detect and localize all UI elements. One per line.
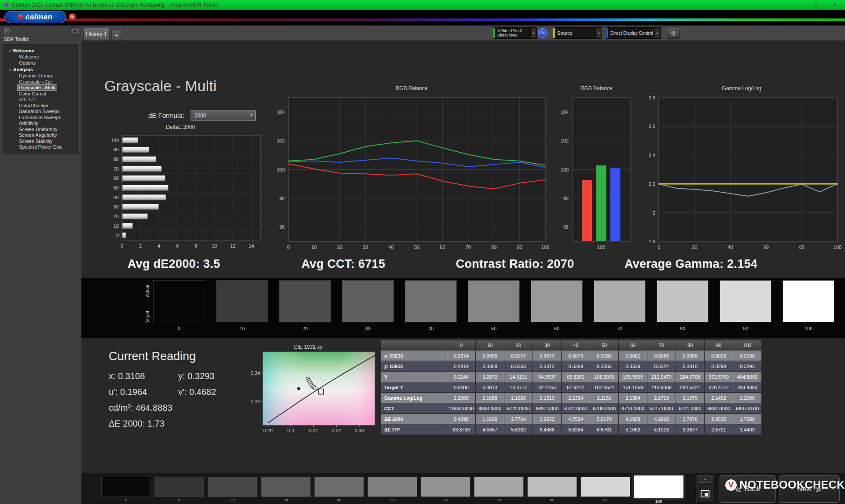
sidebar-item-luminance-sweeps[interactable]: Luminance Sweeps [4,115,77,121]
sidebar-item-3d-lut[interactable]: 3D LUT [4,97,77,103]
sidebar-item-colorchecker[interactable]: ColorChecker [4,103,77,109]
svg-text:60: 60 [114,175,119,181]
pattern-patch[interactable]: 100 [634,477,683,504]
meter-dropdown[interactable]: X-Rite i1Pro 2 Direct View ▼ [493,27,537,39]
patch-label: 90 [603,498,607,502]
back-button[interactable]: « Back [720,475,776,503]
svg-text:2.8: 2.8 [649,95,655,100]
patch-color[interactable] [101,477,151,497]
patch-color[interactable] [154,477,204,497]
reading-x: x: 0.3108 [109,371,178,381]
table-row: y: CIE310.28190.33080.33580.33720.33680.… [381,361,762,372]
maximize-button[interactable]: □ [813,2,819,8]
svg-text:80: 80 [491,245,496,250]
patch-color[interactable] [208,477,257,497]
svg-text:12: 12 [230,243,235,248]
svg-text:0.31: 0.31 [309,428,318,433]
rgb-balance-bar-chart: 9698100102104100 [552,93,640,252]
source-dropdown[interactable]: Source ▼ [553,27,602,39]
svg-text:20: 20 [337,245,342,250]
patch-color[interactable] [634,475,683,498]
target-label: Target [145,311,150,323]
svg-text:100: 100 [561,167,569,172]
patch-color[interactable] [314,477,364,497]
add-tab-button[interactable]: + [111,29,122,40]
pattern-patch[interactable]: 80 [527,477,577,502]
tree-group-label: Welcome [13,47,34,54]
swatch-cell: 100 [783,280,834,331]
patch-color[interactable] [261,477,311,497]
sidebar-item-grayscale-2pt[interactable]: Grayscale - 2pt [4,79,77,85]
next-label: Next [797,485,812,493]
back-chevron-icon: « [735,483,741,495]
svg-text:98: 98 [563,196,569,201]
grayscale-swatch [594,280,646,322]
gamma-chart-title: Gamma Log/Log [639,85,844,91]
calman-logo: calman [4,11,66,23]
expander-icon[interactable]: ▴ [9,66,11,73]
svg-text:60: 60 [440,245,445,250]
patch-color[interactable] [580,477,630,497]
sidebar-item-screen-stability[interactable]: Screen Stability [4,139,77,145]
sidebar-item-screen-angularity[interactable]: Screen Angularity [4,132,77,139]
sidebar-item-dynamic-range[interactable]: Dynamic Range [4,73,77,79]
de-formula-dropdown[interactable]: 2000 ▼ [191,110,256,121]
pattern-patch[interactable]: 20 [208,477,257,502]
pattern-patch[interactable]: 30 [261,477,311,502]
logo-menu-button[interactable]: ▼ [69,13,76,21]
pattern-patch[interactable]: 90 [580,477,630,502]
pattern-window-button[interactable] [696,485,714,502]
sidebar-item-grayscale-multi[interactable]: Grayscale - Multi [4,85,77,91]
patch-color[interactable] [527,477,577,497]
cie-chart: 0.320.340.290.30.310.320.33 [246,349,383,437]
sidebar-item-screen-uniformity[interactable]: Screen Uniformity [4,127,77,133]
pattern-patch[interactable]: 10 [154,477,204,502]
swatch-label: 60 [554,326,559,331]
patch-color[interactable] [474,477,524,497]
svg-text:98: 98 [279,196,285,201]
sidebar-item-saturation-sweeps[interactable]: Saturation Sweeps [4,109,77,115]
pattern-patch[interactable]: 70 [474,477,524,502]
svg-text:30: 30 [363,245,368,250]
reading-de2000: ΔE 2000: 1.73 [109,419,178,429]
sidebar-item-spectral-power-dist-[interactable]: Spectral Power Dist. [4,144,77,150]
luminance-badge[interactable]: 237 [538,28,547,38]
minimize-button[interactable]: ─ [795,2,801,8]
tab-history-1[interactable]: History 1 [83,28,110,40]
swatch-cell: 70 [594,280,646,331]
sidebar-pin-button[interactable] [4,28,11,34]
svg-text:10: 10 [114,223,119,229]
pattern-patch[interactable]: 40 [314,477,364,502]
next-button[interactable]: Next » [779,475,840,503]
current-reading-title: Current Reading [109,350,216,363]
tree-group-header[interactable]: ▴Welcome [4,47,77,54]
window-title: Calman 2025 Calman Ultimate for Business… [12,2,218,8]
close-button[interactable]: × [832,2,838,8]
tree-group-header[interactable]: ▴Analysis [4,66,77,73]
sidebar-collapse-button[interactable]: ◀ [70,27,79,35]
svg-text:80: 80 [799,245,805,250]
reading-luminance-line: cd/m²: 464.8883 [109,403,216,413]
sidebar-item-options[interactable]: Options [4,60,77,66]
svg-text:100: 100 [834,245,841,250]
swatch-cell: 40 [405,280,457,331]
pattern-patch[interactable]: 0 [101,477,151,502]
display-control-dropdown[interactable]: Direct Display Control ▼ [606,27,661,39]
expander-icon[interactable]: ▴ [9,47,11,54]
svg-text:102: 102 [277,138,285,143]
sidebar-item-welcome[interactable]: Welcome [4,54,77,60]
pattern-patch[interactable]: 60 [421,477,470,502]
sidebar-item-additivity[interactable]: Additivity [4,121,77,127]
pattern-patch[interactable]: 50 [367,477,417,502]
patch-color[interactable] [367,477,417,497]
next-chevron-icon: » [816,483,821,495]
sidebar-item-color-gamut[interactable]: Color Gamut [4,91,77,97]
grayscale-swatch [468,280,520,322]
svg-text:8: 8 [195,243,197,248]
settings-gear-button[interactable]: ⚙ [667,28,680,39]
patch-color[interactable] [421,477,470,497]
svg-text:0: 0 [116,233,119,238]
svg-text:2.2: 2.2 [649,181,655,186]
sidebar-tree: ▴WelcomeWelcomeOptions▴AnalysisDynamic R… [3,44,78,154]
collapse-up-button[interactable]: ▴ [697,475,713,483]
